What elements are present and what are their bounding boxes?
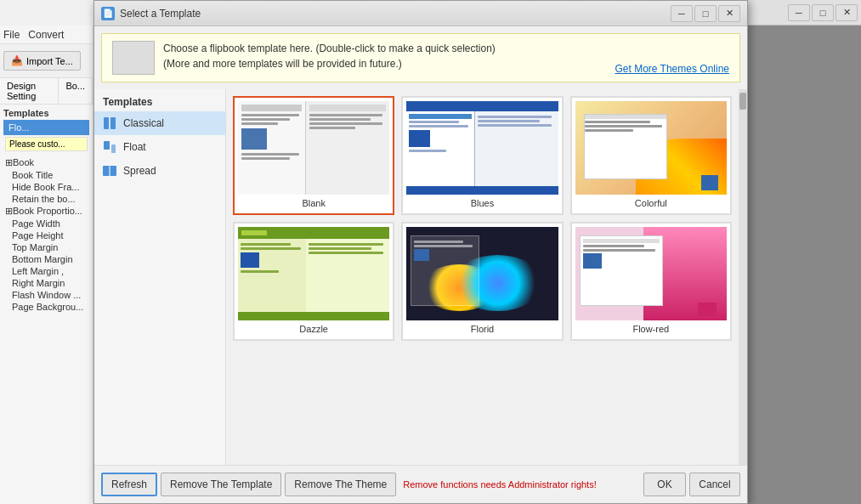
scrollbar-thumb[interactable] [739,93,746,110]
dialog-titlebar: 📄 Select a Template ─ □ ✕ [94,1,747,26]
fl-line-2 [414,245,473,247]
sidebar-item-book-title[interactable]: Book Title [3,169,89,181]
cb-line-1 [585,121,650,123]
sidebar-item-book[interactable]: ⊞Book [3,156,89,169]
footer-right-buttons: OK Cancel [643,473,740,496]
select-template-dialog: 📄 Select a Template ─ □ ✕ Choose a flipb… [93,0,748,504]
tab-design-setting[interactable]: Design Setting [0,78,59,104]
blank-preview-container [238,101,389,195]
template-name-colorful: Colorful [635,195,667,210]
blues-book-icon [409,130,430,147]
florid-icon [414,249,429,261]
dazzle-right-page [306,239,389,312]
sidebar-item-retain[interactable]: Retain the bo... [3,193,89,205]
remove-theme-button[interactable]: Remove The Theme [285,473,396,496]
bg-toolbar: 📥 Import Te... [0,44,93,78]
dialog-title-icon: 📄 [101,7,115,20]
template-name-blank: Blank [302,195,326,210]
sidebar-item-right-margin[interactable]: Right Margin [3,277,89,289]
info-thumbnail [112,41,155,75]
menu-convert[interactable]: Convert [28,29,64,41]
template-card-florid[interactable]: Florid [401,222,563,341]
classical-icon [103,116,116,130]
info-line-2: (More and more templates will be provide… [163,56,606,71]
float-icon [103,140,116,154]
info-text-content: Choose a flipbook template here. (Double… [163,41,606,71]
scrollbar[interactable] [739,89,747,465]
template-card-flow-red[interactable]: Flow-red [570,222,732,341]
remove-template-button[interactable]: Remove The Template [161,473,281,496]
template-list-item-classical[interactable]: Classical [94,111,225,135]
bl-line-3 [409,150,446,152]
blues-preview-container [406,101,558,195]
br-line-2 [309,118,371,121]
sidebar-item-hide-book[interactable]: Hide Book Fra... [3,181,89,193]
sidebar-item-flash-window[interactable]: Flash Window ... [3,289,89,301]
template-list-item-spread[interactable]: Spread [94,159,225,183]
footer-warning-text: Remove functions needs Addministrator ri… [403,479,640,490]
template-preview-dazzle [238,227,389,320]
dialog-title: Select a Template [120,8,671,20]
br-line-3 [478,124,552,127]
dialog-minimize-btn[interactable]: ─ [671,5,693,22]
flowred-preview-container [575,227,727,320]
get-more-link[interactable]: Get More Themes Online [615,63,729,75]
br-line-4 [309,127,355,129]
dr-line-3 [309,252,382,254]
template-name-blues: Blues [471,195,495,210]
flowred-icon [583,253,602,269]
florid-preview-container [406,227,558,320]
svg-rect-3 [111,144,116,153]
template-preview-florid [406,227,558,320]
sidebar-item-page-height[interactable]: Page Height [3,229,89,241]
blank-header-bar [309,105,386,111]
sidebar-item-book-prop[interactable]: ⊞Book Proportio... [3,205,89,218]
dialog-close-btn[interactable]: ✕ [718,5,740,22]
dl-line-1 [241,243,291,246]
template-card-dazzle[interactable]: Dazzle [233,222,394,341]
dl-line-2 [241,247,301,250]
refresh-button[interactable]: Refresh [101,473,157,496]
dazzle-book [241,252,259,268]
colorful-preview-container [575,101,727,195]
blues-top-bar [406,101,558,111]
template-grid: Blank [233,96,732,341]
dialog-maximize-btn[interactable]: □ [694,5,717,22]
fr-header [583,239,660,243]
blues-subbar [409,114,471,119]
tab-bo[interactable]: Bo... [59,78,93,104]
sidebar-item-page-width[interactable]: Page Width [3,218,89,229]
blues-bottom-bar [406,186,558,195]
float-label: Float [123,141,146,153]
bg-maximize-btn[interactable]: □ [812,4,834,21]
sidebar-item-left-margin[interactable]: Left Margin , [3,265,89,277]
template-preview-flow-red [575,227,727,320]
sidebar-item-page-background[interactable]: Page Backgrou... [3,301,89,313]
dr-line-2 [309,247,371,250]
colorful-monitor [701,175,718,190]
import-button[interactable]: 📥 Import Te... [3,51,81,71]
ok-button[interactable]: OK [643,473,686,496]
flowred-accent [698,303,717,316]
import-icon: 📥 [11,55,23,66]
sidebar-item-top-margin[interactable]: Top Margin [3,241,89,253]
dazzle-preview-container [238,227,389,320]
classical-label: Classical [123,117,164,129]
bg-close-btn[interactable]: ✕ [836,4,858,21]
template-preview-blues [406,101,558,195]
cb-line-2 [585,125,662,127]
template-list-item-float[interactable]: Float [94,135,225,159]
fr-line-2 [583,249,656,252]
br-line-3 [309,122,382,125]
menu-file[interactable]: File [3,29,20,41]
cancel-button[interactable]: Cancel [689,473,740,496]
template-card-colorful[interactable]: Colorful [570,96,732,215]
bl-line-5 [241,157,290,160]
bl-line-4 [241,153,299,156]
template-card-blues[interactable]: Blues [401,96,563,215]
sidebar-item-bottom-margin[interactable]: Bottom Margin [3,253,89,265]
template-preview-colorful [575,101,727,195]
template-card-blank[interactable]: Blank [233,96,394,215]
bg-minimize-btn[interactable]: ─ [788,4,810,21]
florid-book [411,235,479,306]
